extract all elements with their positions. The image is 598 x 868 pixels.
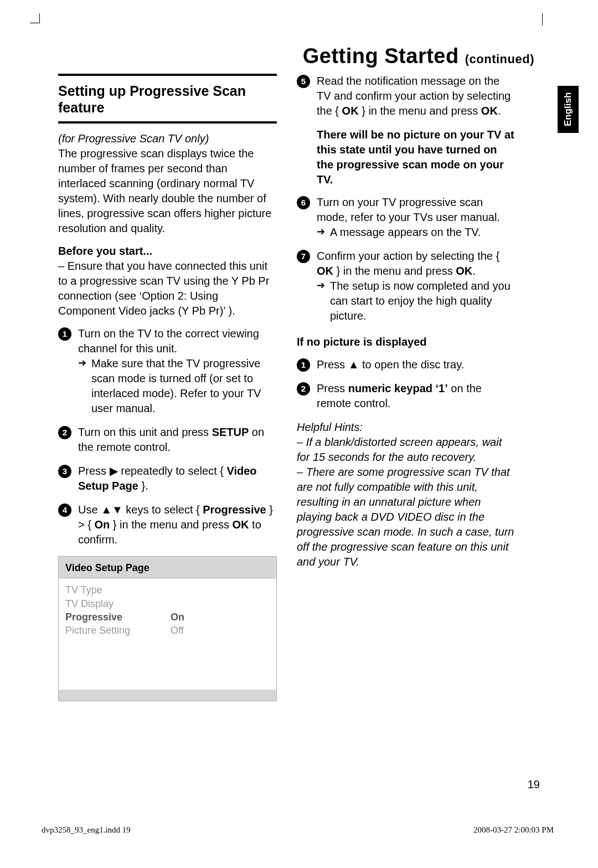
- step-number-2: 2: [58, 426, 71, 439]
- np1-b: to open the disc tray.: [359, 358, 464, 371]
- page-title-continued: (continued): [465, 52, 534, 66]
- step-number-7: 7: [297, 250, 310, 263]
- menu-tv-type-label: TV Type: [65, 583, 171, 597]
- hint-2: – There are some progressive scan TV tha…: [297, 466, 514, 568]
- before-head: Before you start...: [58, 245, 152, 257]
- step-7-result: The setup is now completed and you can s…: [317, 279, 515, 323]
- step-3-text-d: }.: [138, 480, 148, 492]
- page-number: 19: [528, 778, 540, 791]
- crop-mark-top-left: [30, 13, 40, 23]
- language-tab: English: [558, 86, 579, 133]
- step-4-text-f: } in the menu and press: [110, 518, 232, 531]
- footer: dvp3258_93_eng1.indd 19 2008-03-27 2:00:…: [42, 825, 554, 835]
- step-7-a: Confirm your action by selecting the {: [317, 250, 499, 262]
- step-7-ok1: OK: [317, 265, 333, 277]
- step-6-result: A message appears on the TV.: [317, 225, 515, 240]
- step-5-e: .: [498, 105, 501, 117]
- crop-mark-top-right: [542, 13, 543, 25]
- step-7: 7 Confirm your action by selecting the {…: [297, 249, 515, 323]
- step-5: 5 Read the notification message on the T…: [297, 74, 515, 119]
- menu-body: TV Type TV Display ProgressiveOn Picture…: [59, 579, 276, 690]
- no-pic-step-2: 2 Press numeric keypad ‘1’ on the remote…: [297, 381, 515, 411]
- menu-off-value: Off: [171, 624, 184, 637]
- step-number-5: 5: [297, 75, 310, 88]
- step-4-text-a: Use: [78, 504, 101, 516]
- step-1-text-a: Turn on the TV to the correct viewing ch…: [78, 326, 277, 356]
- step-3-text-a: Press: [78, 465, 110, 477]
- np2-b: numeric keypad ‘1’: [348, 382, 448, 394]
- two-column-layout: Setting up Progressive Scan feature (for…: [58, 74, 534, 701]
- step-number-6: 6: [297, 196, 310, 209]
- no-pic-step-1: 1 Press ▲ to open the disc tray.: [297, 357, 515, 372]
- step-6: 6 Turn on your TV progressive scan mode,…: [297, 195, 515, 240]
- page-content: Getting Started (continued) Setting up P…: [58, 44, 534, 701]
- menu-picture-setting-label: Picture Setting: [65, 624, 171, 637]
- no-pic-number-2: 2: [297, 382, 310, 396]
- up-down-icon: ▲▼: [101, 504, 123, 516]
- step-3: 3 Press ▶ repeatedly to select { Video S…: [58, 464, 277, 494]
- left-column: Setting up Progressive Scan feature (for…: [58, 74, 277, 701]
- step-4-text-b: keys to select {: [123, 504, 203, 516]
- menu-on-value: On: [171, 610, 184, 624]
- video-setup-menu-screenshot: Video Setup Page TV Type TV Display Prog…: [58, 556, 277, 701]
- footer-filename: dvp3258_93_eng1.indd 19: [42, 825, 131, 835]
- page-title-main: Getting Started: [303, 44, 459, 68]
- np2-a: Press: [317, 382, 348, 394]
- step-5-ok1: OK: [342, 105, 359, 117]
- step-4-on: On: [94, 518, 110, 531]
- step-2-setup: SETUP: [212, 426, 249, 438]
- no-picture-heading: If no picture is displayed: [297, 335, 515, 350]
- hints-head: Helpful Hints:: [297, 421, 363, 433]
- progressive-only-note: (for Progressive Scan TV only) The progr…: [58, 131, 277, 236]
- step-1: 1 Turn on the TV to the correct viewing …: [58, 326, 277, 416]
- before-body: – Ensure that you have connected this un…: [58, 260, 269, 317]
- no-pic-number-1: 1: [297, 358, 310, 372]
- menu-picture-setting: Picture SettingOff: [65, 624, 270, 637]
- menu-progressive-label: Progressive: [65, 610, 171, 624]
- step-5-ok2: OK: [481, 105, 498, 117]
- step-5-c: } in the menu and press: [359, 105, 481, 117]
- intro-text: The progressive scan displays twice the …: [58, 147, 271, 234]
- page-title: Getting Started (continued): [58, 44, 534, 68]
- step-4-progressive: Progressive: [203, 504, 266, 516]
- scan-only-text: (for Progressive Scan TV only): [58, 132, 209, 145]
- step-7-c: } in the menu and press: [333, 265, 456, 277]
- section-heading: Setting up Progressive Scan feature: [58, 74, 277, 124]
- play-right-icon: ▶: [110, 465, 118, 477]
- menu-tv-display-label: TV Display: [65, 597, 171, 610]
- np1-a: Press: [317, 358, 348, 371]
- step-number-4: 4: [58, 504, 71, 517]
- hint-1: – If a blank/distorted screen appears, w…: [297, 436, 502, 463]
- step-number-3: 3: [58, 465, 71, 478]
- footer-timestamp: 2008-03-27 2:00:03 PM: [473, 825, 554, 835]
- step-2: 2 Turn on this unit and press SETUP on t…: [58, 425, 277, 455]
- menu-footer: [59, 690, 276, 701]
- right-column: 5 Read the notification message on the T…: [297, 74, 515, 701]
- eject-icon: ▲: [348, 358, 359, 371]
- menu-header: Video Setup Page: [59, 557, 276, 579]
- step-1-result: Make sure that the TV progressive scan m…: [78, 356, 277, 416]
- helpful-hints: Helpful Hints: – If a blank/distorted sc…: [297, 420, 515, 569]
- step-7-e: .: [472, 265, 476, 277]
- step-number-1: 1: [58, 327, 71, 341]
- menu-tv-display: TV Display: [65, 597, 270, 610]
- menu-progressive: ProgressiveOn: [65, 610, 270, 624]
- step-7-ok2: OK: [456, 265, 472, 277]
- step-3-text-b: repeatedly to select {: [118, 465, 227, 477]
- step-4-ok: OK: [233, 518, 249, 531]
- step-4: 4 Use ▲▼ keys to select { Progressive } …: [58, 502, 277, 547]
- before-you-start: Before you start... – Ensure that you ha…: [58, 244, 277, 319]
- step-6-a: Turn on your TV progressive scan mode, r…: [317, 195, 515, 225]
- warn-text: There will be no picture on your TV at t…: [317, 129, 514, 186]
- step-2-text-a: Turn on this unit and press: [78, 426, 212, 438]
- menu-tv-type: TV Type: [65, 583, 270, 597]
- no-picture-warning: There will be no picture on your TV at t…: [297, 127, 515, 187]
